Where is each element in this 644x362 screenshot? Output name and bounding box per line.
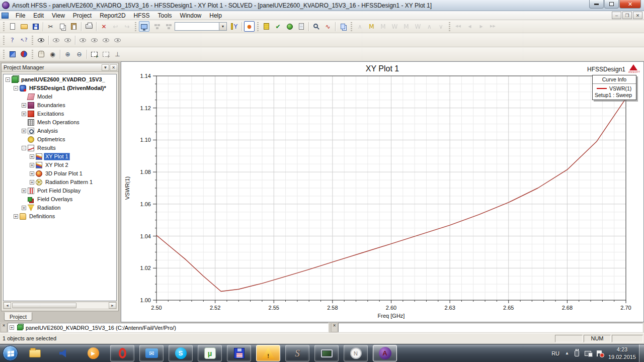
print-button[interactable] bbox=[84, 21, 94, 32]
language-indicator[interactable]: RU bbox=[551, 350, 559, 356]
tree-toggle-icon[interactable]: + bbox=[14, 214, 18, 219]
distributed-analysis-button[interactable] bbox=[162, 21, 173, 32]
wave-sweep-7-button[interactable]: ∧ bbox=[424, 21, 435, 32]
wave-sweep-3-button[interactable]: M bbox=[378, 21, 388, 32]
active-design-combo[interactable]: ▼ bbox=[175, 22, 227, 31]
tree-item-radiation-pattern-1[interactable]: +Radiation Pattern 1 bbox=[4, 178, 116, 187]
validate-button[interactable]: ● bbox=[244, 21, 255, 32]
message-expand-toggle[interactable]: + bbox=[10, 325, 14, 330]
menu-tools[interactable]: Tools bbox=[154, 12, 176, 20]
panel-close-button[interactable]: ✕ bbox=[110, 64, 117, 71]
validation-check-button[interactable]: ✔ bbox=[273, 21, 283, 32]
restore-button[interactable] bbox=[604, 0, 619, 9]
redo-button[interactable]: ↪ bbox=[122, 21, 132, 32]
child-window-icon[interactable] bbox=[2, 13, 9, 19]
tree-toggle-icon[interactable]: + bbox=[22, 103, 26, 108]
tree-horizontal-scrollbar[interactable]: ◄ ► bbox=[3, 302, 117, 309]
edit-sources-button[interactable] bbox=[261, 21, 272, 32]
tree-item-analysis[interactable]: +Analysis bbox=[4, 127, 116, 135]
menu-hfss[interactable]: HFSS bbox=[130, 12, 154, 20]
network-tray-icon[interactable] bbox=[585, 351, 591, 356]
undo-button[interactable]: ↩ bbox=[110, 21, 121, 32]
zoom-in-button[interactable]: ⊕ bbox=[62, 49, 73, 59]
solution-profile-button[interactable] bbox=[296, 21, 306, 32]
tree-item-xy-plot-2[interactable]: +XY Plot 2 bbox=[4, 161, 116, 169]
wave-sweep-5-button[interactable]: M bbox=[401, 21, 412, 32]
menu-help[interactable]: Help bbox=[205, 12, 226, 20]
toolbar-drag-handle[interactable] bbox=[3, 50, 5, 59]
toolbar-drag-handle[interactable] bbox=[3, 22, 5, 31]
paste-button[interactable] bbox=[68, 21, 79, 32]
menu-view[interactable]: View bbox=[48, 12, 69, 20]
context-help-button[interactable]: ↖? bbox=[19, 35, 29, 45]
tree-toggle-icon[interactable]: + bbox=[22, 129, 26, 133]
scroll-left-arrow[interactable]: ◄ bbox=[4, 302, 11, 309]
tree-toggle-icon[interactable]: + bbox=[30, 180, 34, 185]
solve-setup-button[interactable]: Y bbox=[229, 21, 239, 32]
toolbar-drag-handle[interactable] bbox=[134, 22, 137, 31]
show-boundaries-button[interactable] bbox=[101, 35, 111, 45]
wave-sweep-6-button[interactable]: W bbox=[413, 21, 423, 32]
tree-toggle-icon[interactable]: - bbox=[22, 146, 26, 150]
taskbar-warning-app-button[interactable]: ! bbox=[256, 345, 280, 361]
message-pane-close-icon[interactable]: ✕ bbox=[1, 323, 7, 332]
hide-objects-button[interactable] bbox=[89, 35, 100, 45]
show-desktop-button[interactable] bbox=[639, 344, 644, 362]
taskbar-volume-button[interactable] bbox=[52, 345, 76, 361]
zoom-magnifier-button[interactable] bbox=[311, 21, 321, 32]
coordinate-system-button[interactable]: ⊥ bbox=[112, 49, 123, 59]
wave-sweep-8-button[interactable]: ∨ bbox=[436, 21, 446, 32]
tree-toggle-icon[interactable]: + bbox=[30, 171, 34, 176]
taskbar-remote-desktop-button[interactable] bbox=[314, 345, 339, 361]
tree-item-field-overlays[interactable]: +Field Overlays bbox=[4, 195, 116, 204]
curve-info-legend[interactable]: Curve Info VSWR(1) Setup1 : Sweep bbox=[592, 75, 636, 100]
field-sphere-button[interactable] bbox=[19, 49, 29, 59]
power-tray-icon[interactable] bbox=[575, 350, 579, 356]
tree-item-mesh-operations[interactable]: +Mesh Operations bbox=[4, 118, 116, 127]
action-center-tray-icon[interactable] bbox=[597, 350, 603, 356]
analyze-all-button[interactable] bbox=[284, 21, 295, 32]
zoom-out-button[interactable]: ⊖ bbox=[74, 49, 85, 59]
help-topics-button[interactable]: ? bbox=[7, 35, 18, 45]
close-button[interactable]: ✕ bbox=[619, 0, 641, 9]
tree-toggle-icon[interactable]: + bbox=[30, 163, 34, 167]
tree-toggle-icon[interactable]: + bbox=[22, 112, 26, 116]
minimize-button[interactable] bbox=[589, 0, 604, 9]
taskbar-total-commander-button[interactable] bbox=[227, 345, 251, 361]
tree-toggle-icon[interactable]: - bbox=[6, 77, 10, 82]
save-button[interactable] bbox=[30, 21, 41, 32]
show-all-visibility-button[interactable] bbox=[36, 35, 46, 45]
menu-project[interactable]: Project bbox=[69, 12, 96, 20]
open-button[interactable] bbox=[19, 21, 29, 32]
last-trace-button[interactable]: ▶▶ bbox=[488, 21, 498, 32]
toolbar-drag-handle[interactable] bbox=[31, 50, 34, 59]
delete-button[interactable]: ✕ bbox=[99, 21, 109, 32]
taskbar-skype-button[interactable]: S bbox=[169, 345, 193, 361]
next-trace-button[interactable]: ▶ bbox=[476, 21, 487, 32]
combo-dropdown-icon[interactable]: ▼ bbox=[219, 23, 226, 30]
menu-file[interactable]: File bbox=[12, 12, 29, 20]
hide-boundaries-button[interactable] bbox=[112, 35, 123, 45]
project-tab[interactable]: Project bbox=[4, 312, 32, 321]
tree-item-xy-plot-1[interactable]: +XY Plot 1 bbox=[4, 152, 116, 161]
tree-item-radiation[interactable]: +Radiation bbox=[4, 204, 116, 212]
tray-expand-icon[interactable]: ▲ bbox=[565, 351, 569, 355]
tree-item-port-field-display[interactable]: +Port Field Display bbox=[4, 187, 116, 195]
first-trace-button[interactable]: ◀◀ bbox=[453, 21, 463, 32]
tree-item-definitions[interactable]: +Definitions bbox=[4, 212, 116, 221]
show-objects-button[interactable] bbox=[77, 35, 88, 45]
wave-sweep-4-button[interactable]: W bbox=[389, 21, 400, 32]
hide-selection-button[interactable] bbox=[62, 35, 73, 45]
taskbar-opera-button[interactable] bbox=[110, 345, 134, 361]
tree-toggle-icon[interactable]: + bbox=[22, 206, 26, 210]
wave-sweep-1-button[interactable]: ∧ bbox=[355, 21, 365, 32]
tree-item-hfssdesign1-drivenmodal[interactable]: -HFSSDesign1 (DrivenModal)* bbox=[4, 84, 116, 93]
child-close-button[interactable]: ✕ bbox=[633, 12, 642, 19]
tree-toggle-icon[interactable]: + bbox=[22, 189, 26, 193]
copy-button[interactable] bbox=[57, 21, 67, 32]
pan-button[interactable] bbox=[36, 49, 46, 59]
create-report-button[interactable]: ∿ bbox=[323, 21, 333, 32]
child-restore-button[interactable]: ❐ bbox=[622, 12, 632, 19]
tree-item-paneluve2600-kvadro-15v3[interactable]: -panelUVE2600_KVADRO_15V3_ bbox=[4, 75, 116, 84]
zoom-window-button[interactable] bbox=[89, 49, 100, 59]
